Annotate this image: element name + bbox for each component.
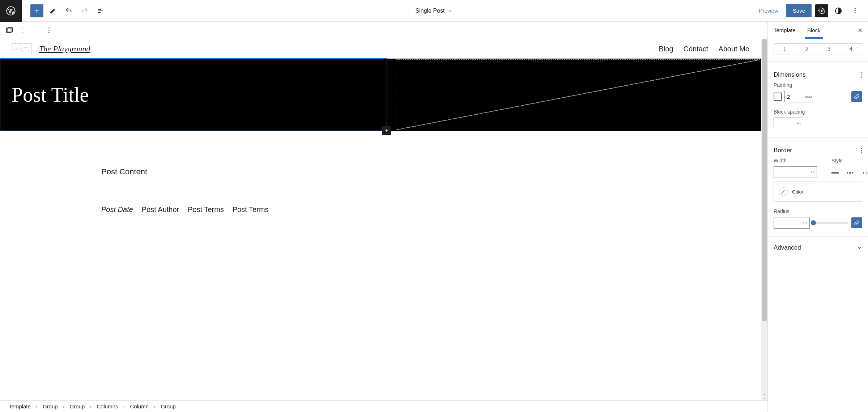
advanced-panel-toggle[interactable]: Advanced bbox=[774, 240, 862, 256]
chevron-down-icon bbox=[856, 245, 862, 251]
border-panel-title: Border bbox=[774, 147, 792, 154]
breadcrumb-item[interactable]: Group bbox=[43, 403, 58, 409]
border-width-unit[interactable]: PX bbox=[810, 171, 815, 174]
dots-vertical-icon bbox=[48, 27, 50, 33]
close-icon bbox=[857, 27, 863, 33]
level-option[interactable]: 4 bbox=[840, 44, 862, 55]
save-button[interactable]: Save bbox=[786, 4, 812, 17]
template-parts-icon[interactable] bbox=[5, 26, 14, 35]
hero-group-block[interactable]: Post Title bbox=[0, 59, 761, 131]
padding-label: Padding bbox=[774, 82, 862, 88]
nav-item-about[interactable]: About Me bbox=[718, 45, 749, 53]
site-logo-placeholder[interactable] bbox=[12, 43, 32, 54]
block-options-button[interactable] bbox=[42, 24, 55, 37]
wordpress-logo[interactable] bbox=[0, 0, 22, 22]
document-title-dropdown[interactable]: Single Post bbox=[416, 8, 453, 14]
add-block-floating-button[interactable] bbox=[382, 126, 391, 135]
post-content-block[interactable]: Post Content bbox=[101, 167, 660, 177]
post-terms-block[interactable]: Post Terms bbox=[233, 205, 269, 214]
add-block-button[interactable] bbox=[30, 4, 43, 17]
more-options-button[interactable] bbox=[848, 4, 861, 17]
border-style-label: Style bbox=[831, 158, 868, 163]
level-option[interactable]: 2 bbox=[796, 44, 818, 55]
link-icon bbox=[854, 94, 860, 99]
site-navigation: Blog Contact About Me bbox=[659, 45, 749, 53]
breadcrumb-item[interactable]: Group bbox=[161, 403, 176, 409]
svg-point-1 bbox=[821, 10, 823, 12]
vertical-scrollbar[interactable]: ◂▸ bbox=[761, 39, 767, 400]
undo-button[interactable] bbox=[62, 4, 75, 17]
block-spacing-unit[interactable]: PX bbox=[797, 122, 801, 125]
styles-button[interactable] bbox=[832, 4, 845, 17]
chevron-down-icon bbox=[447, 8, 452, 13]
post-meta-row: Post Date Post Author Post Terms Post Te… bbox=[101, 205, 660, 214]
border-color-button[interactable]: Color bbox=[774, 182, 862, 202]
nav-item-blog[interactable]: Blog bbox=[659, 45, 673, 53]
border-color-label: Color bbox=[792, 189, 803, 195]
settings-sidebar: Template Block 1 2 3 4 Dimensions bbox=[767, 22, 868, 412]
padding-unit[interactable]: REM bbox=[805, 95, 812, 98]
move-up-button[interactable]: ▴ bbox=[19, 26, 26, 30]
border-style-solid[interactable] bbox=[831, 172, 840, 174]
padding-link-toggle[interactable] bbox=[851, 91, 862, 102]
vertical-scrollbar-thumb[interactable] bbox=[762, 39, 767, 321]
edit-tool-button[interactable] bbox=[46, 4, 59, 17]
post-terms-block[interactable]: Post Terms bbox=[188, 205, 224, 214]
column-selected[interactable]: Post Title bbox=[0, 59, 387, 131]
level-option[interactable]: 3 bbox=[818, 44, 840, 55]
breadcrumb-item[interactable]: Column bbox=[130, 403, 149, 409]
level-option[interactable]: 1 bbox=[774, 44, 796, 55]
nav-item-contact[interactable]: Contact bbox=[683, 45, 708, 53]
dots-vertical-icon bbox=[855, 8, 856, 13]
link-icon bbox=[854, 220, 860, 226]
redo-button[interactable] bbox=[78, 4, 91, 17]
dimensions-more-button[interactable] bbox=[861, 72, 862, 78]
list-view-button[interactable] bbox=[94, 4, 107, 17]
border-radius-slider[interactable] bbox=[813, 219, 848, 226]
border-radius-label: Radius bbox=[774, 208, 862, 214]
site-title[interactable]: The Playground bbox=[39, 44, 90, 54]
breadcrumb-item[interactable]: Columns bbox=[97, 403, 118, 409]
border-more-button[interactable] bbox=[861, 148, 862, 153]
heading-level-segmented[interactable]: 1 2 3 4 bbox=[774, 43, 862, 55]
document-title: Single Post bbox=[416, 8, 445, 14]
radius-link-toggle[interactable] bbox=[851, 217, 862, 228]
breadcrumb-item[interactable]: Template bbox=[9, 403, 31, 409]
settings-button[interactable] bbox=[815, 4, 828, 17]
post-author-block[interactable]: Post Author bbox=[142, 205, 179, 214]
border-width-label: Width bbox=[774, 158, 817, 163]
block-spacing-label: Block spacing bbox=[774, 109, 862, 115]
border-radius-unit[interactable]: PX bbox=[803, 221, 808, 225]
color-swatch-none-icon bbox=[779, 187, 788, 196]
close-sidebar-button[interactable] bbox=[852, 27, 868, 33]
breadcrumb-item[interactable]: Group bbox=[70, 403, 85, 409]
featured-image-placeholder[interactable] bbox=[396, 59, 760, 130]
block-breadcrumb: Template› Group› Group› Columns› Column›… bbox=[0, 400, 767, 412]
border-style-dashed[interactable] bbox=[847, 172, 855, 174]
dimensions-panel-title: Dimensions bbox=[774, 71, 806, 78]
post-date-block[interactable]: Post Date bbox=[101, 205, 133, 214]
padding-sides-icon[interactable] bbox=[774, 93, 782, 101]
tab-template[interactable]: Template bbox=[768, 22, 801, 38]
tab-block[interactable]: Block bbox=[801, 22, 826, 38]
post-title-block[interactable]: Post Title bbox=[12, 83, 89, 106]
border-style-dotted[interactable] bbox=[862, 172, 868, 174]
move-down-button[interactable]: ▾ bbox=[19, 30, 26, 35]
advanced-title: Advanced bbox=[774, 244, 801, 251]
preview-button[interactable]: Preview bbox=[754, 5, 782, 17]
